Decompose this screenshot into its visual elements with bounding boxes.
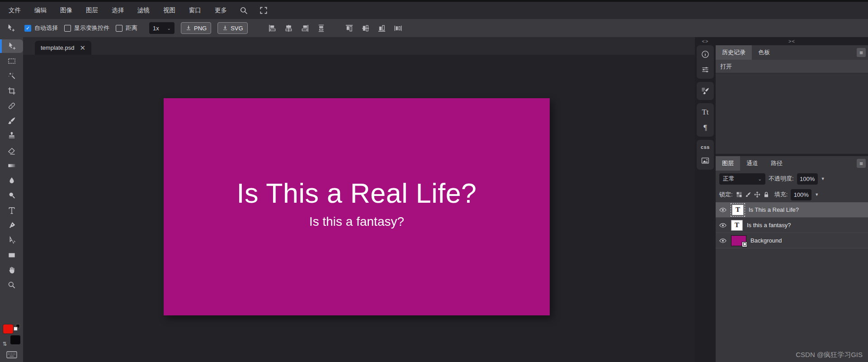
direct-select-tool[interactable] [0,233,23,247]
menu-edit[interactable]: 编辑 [28,2,53,19]
strip-group-export: css [697,140,714,170]
gradient-tool[interactable] [0,159,23,172]
lock-icons [736,191,769,198]
blur-tool[interactable] [0,174,23,187]
clone-stamp-tool[interactable] [0,129,23,143]
color-swatches: ⇅ [2,324,22,348]
canvas-subtitle-text: Is this a fantasy? [309,214,404,229]
layer-row-background[interactable]: Background [716,233,868,248]
layer-row-subtitle[interactable]: T Is this a fantasy? [716,218,868,233]
brush-settings-icon[interactable] [701,86,710,95]
distribute-horizontal-icon[interactable] [393,23,403,33]
menu-view[interactable]: 视图 [156,2,182,19]
visibility-eye-icon[interactable] [719,221,727,229]
tab-channels[interactable]: 通道 [740,156,764,171]
type-thumbnail-icon: T [731,220,743,231]
magic-wand-tool[interactable] [0,69,23,83]
eraser-tool[interactable] [0,144,23,157]
type-tool[interactable] [0,204,23,217]
visibility-eye-icon[interactable] [719,206,727,214]
tab-paths[interactable]: 路径 [764,156,789,171]
crop-tool[interactable] [0,84,23,98]
opacity-dropdown-icon[interactable]: ▼ [821,176,825,181]
move-tool[interactable] [0,39,23,53]
paragraph-panel-icon[interactable]: ¶ [703,123,707,132]
close-tab-icon[interactable]: ✕ [80,44,85,51]
zoom-tool[interactable] [0,278,23,292]
align-left-icon[interactable] [268,23,278,33]
menu-file[interactable]: 文件 [2,2,28,19]
foreground-color-swatch[interactable] [3,324,14,334]
align-middle-icon[interactable] [361,23,371,33]
text-layer-thumbnail[interactable]: T [732,205,744,215]
lock-all-icon[interactable] [763,191,769,198]
history-empty-area [716,73,868,154]
menu-layer[interactable]: 图层 [79,2,105,19]
menu-image[interactable]: 图像 [53,2,79,19]
tab-layers[interactable]: 图层 [716,156,740,171]
show-transform-checkbox[interactable]: 显示变换控件 [64,24,109,32]
spot-heal-tool[interactable] [0,99,23,113]
blend-mode-select[interactable]: 正常 ⌄ [719,173,765,185]
keyboard-shortcuts-icon[interactable] [6,351,17,358]
menu-filter[interactable]: 滤镜 [131,2,156,19]
menu-select[interactable]: 选择 [105,2,131,19]
strip-group-text: Tt ¶ [697,103,714,137]
fill-dropdown-icon[interactable]: ▼ [815,192,819,197]
pen-tool[interactable] [0,219,23,232]
align-top-icon[interactable] [344,23,354,33]
lock-position-icon[interactable] [754,191,760,198]
canvas-title-text: Is This a Real Life? [236,177,476,209]
default-foreground-swatch-icon[interactable] [14,327,18,331]
brush-tool[interactable] [0,114,23,128]
hand-tool[interactable] [0,263,23,277]
distance-checkbox[interactable]: 距离 [116,24,137,32]
visibility-eye-icon[interactable] [719,237,727,245]
layer-name: Is This a Real Life? [749,206,799,213]
dodge-tool[interactable] [0,189,23,202]
search-icon[interactable] [234,6,254,15]
align-center-icon[interactable] [284,23,294,33]
rectangle-tool[interactable] [0,248,23,262]
background-layer-thumbnail[interactable] [731,235,746,246]
export-scale-select[interactable]: 1x ⌄ [149,22,175,34]
type-thumbnail-icon: T [732,205,744,215]
layers-menu-icon[interactable]: ≡ [857,159,866,168]
history-entry-open[interactable]: 打开 [716,60,868,73]
export-svg-button[interactable]: SVG [217,22,247,34]
layer-name: Is this a fantasy? [747,222,791,229]
text-layer-thumbnail[interactable]: T [731,220,743,231]
character-panel-icon[interactable]: Tt [702,108,708,117]
layer-row-title[interactable]: T Is This a Real Life? [716,202,868,218]
background-color-swatch[interactable] [10,335,21,345]
export-png-button[interactable]: PNG [181,22,211,34]
tab-history[interactable]: 历史记录 [716,45,752,60]
menu-more[interactable]: 更多 [208,2,234,19]
document-canvas[interactable]: Is This a Real Life? Is this a fantasy? [164,98,550,315]
tab-swatches[interactable]: 色板 [752,45,776,60]
tool-options-bar: ✓ 自动选择 显示变换控件 距离 1x ⌄ PNG SVG [0,19,868,37]
document-tab[interactable]: template.psd ✕ [35,41,91,55]
lock-pixels-icon[interactable] [745,191,751,198]
collapse-strip-control[interactable]: <> [702,37,709,45]
image-panel-icon[interactable] [701,156,710,165]
fill-input[interactable]: 100% [791,189,811,200]
info-icon[interactable] [701,50,710,59]
fullscreen-icon[interactable] [254,6,274,15]
lock-transparency-icon[interactable] [736,191,742,198]
auto-select-checkbox[interactable]: ✓ 自动选择 [24,24,58,32]
history-menu-icon[interactable]: ≡ [857,48,866,57]
align-horizontal-group [268,23,326,33]
align-bottom-icon[interactable] [377,23,387,33]
auto-select-label: 自动选择 [34,24,58,32]
opacity-input[interactable]: 100% [797,173,818,185]
rect-select-tool[interactable] [0,54,23,68]
align-right-icon[interactable] [300,23,310,33]
properties-sliders-icon[interactable] [701,65,710,74]
swap-colors-icon[interactable]: ⇅ [3,341,7,347]
menu-window[interactable]: 窗口 [182,2,208,19]
css-panel-icon[interactable]: css [701,144,710,150]
distribute-vertical-icon[interactable] [316,23,326,33]
export-scale-value: 1x [153,25,159,32]
collapse-panel-control[interactable]: >< [716,37,868,45]
